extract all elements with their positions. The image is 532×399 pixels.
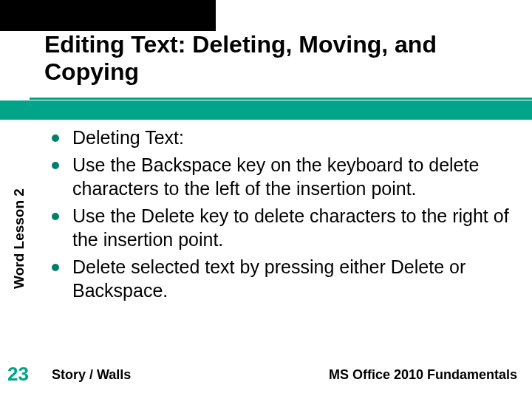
side-label-text: Word Lesson 2 [11, 188, 27, 289]
bullet-text: Use the Backspace key on the keyboard to… [72, 153, 510, 201]
body: Deleting Text: Use the Backspace key on … [52, 126, 510, 306]
title-area: Editing Text: Deleting, Moving, and Copy… [44, 31, 517, 86]
accent-rule-thick [0, 100, 532, 120]
accent-rule [0, 98, 532, 121]
bullet-icon [52, 213, 59, 220]
slide: Editing Text: Deleting, Moving, and Copy… [0, 0, 532, 399]
list-item: Use the Delete key to delete characters … [52, 204, 510, 252]
bullet-icon [52, 264, 59, 271]
side-label: Word Lesson 2 [4, 122, 34, 355]
list-item: Deleting Text: [52, 126, 510, 150]
list-item: Use the Backspace key on the keyboard to… [52, 153, 510, 201]
footer-left: Story / Walls [52, 367, 131, 383]
bullet-text: Deleting Text: [72, 126, 184, 150]
top-black-bar [0, 0, 216, 31]
bullet-icon [52, 134, 59, 142]
page-number: 23 [7, 363, 29, 386]
bullet-text: Use the Delete key to delete characters … [72, 204, 510, 252]
accent-rule-thin [30, 98, 532, 100]
slide-title: Editing Text: Deleting, Moving, and Copy… [44, 31, 517, 86]
bullet-icon [52, 162, 59, 169]
list-item: Delete selected text by pressing either … [52, 255, 510, 303]
footer-right: MS Office 2010 Fundamentals [329, 367, 517, 383]
bullet-text: Delete selected text by pressing either … [72, 255, 510, 303]
